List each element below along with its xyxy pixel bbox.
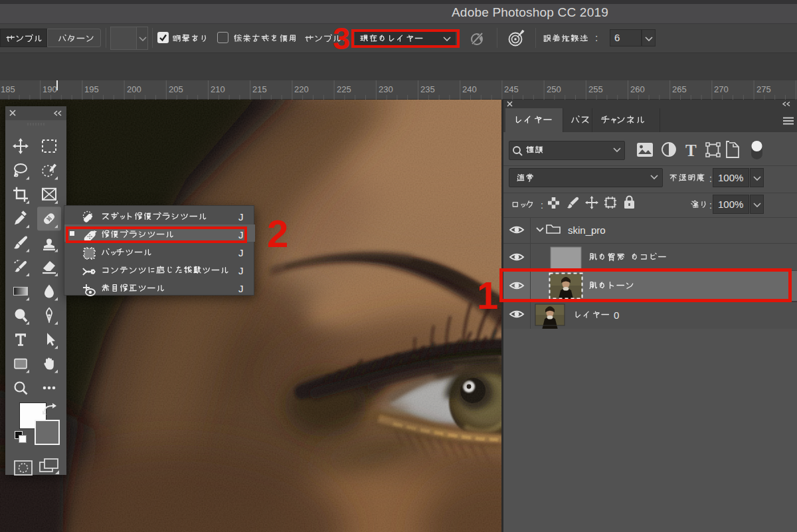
svg-text:220: 220: [294, 84, 309, 94]
svg-text:215: 215: [252, 84, 267, 94]
svg-text:275: 275: [756, 84, 771, 94]
svg-text:J: J: [238, 247, 244, 258]
svg-text:195: 195: [84, 84, 99, 94]
svg-text:230: 230: [379, 84, 393, 94]
svg-text:245: 245: [504, 84, 519, 94]
svg-text:skin_pro: skin_pro: [568, 224, 606, 236]
svg-text:225: 225: [337, 84, 351, 94]
svg-text:250: 250: [547, 84, 561, 94]
svg-text:J: J: [238, 265, 244, 276]
svg-text:270: 270: [714, 84, 729, 94]
svg-text:240: 240: [462, 84, 477, 94]
svg-text:235: 235: [420, 84, 435, 94]
svg-text:190: 190: [43, 84, 57, 94]
svg-text:205: 205: [169, 84, 183, 94]
svg-text:0: 0: [614, 310, 619, 321]
svg-text:210: 210: [211, 84, 225, 94]
svg-text:200: 200: [127, 84, 141, 94]
svg-text:255: 255: [588, 84, 603, 94]
svg-text:265: 265: [672, 84, 687, 94]
svg-text:260: 260: [630, 84, 645, 94]
svg-text:J: J: [238, 211, 244, 222]
svg-text:J: J: [238, 283, 244, 294]
svg-text:185: 185: [1, 84, 15, 94]
svg-text::: :: [595, 32, 598, 43]
